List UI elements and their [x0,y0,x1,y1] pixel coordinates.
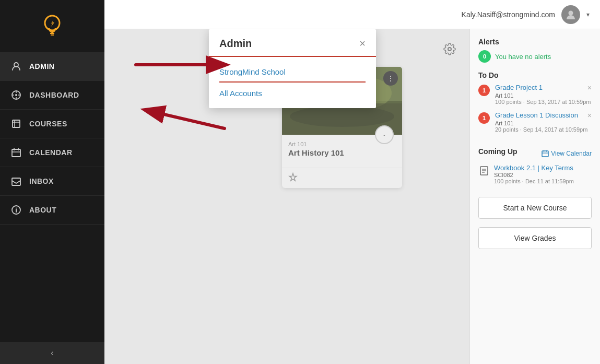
admin-item-all-accounts[interactable]: All Accounts [219,85,366,102]
sidebar-item-dashboard[interactable]: DASHBOARD [0,81,104,110]
svg-point-21 [16,208,17,209]
alert-message: You have no alerts [495,53,551,61]
svg-point-6 [15,94,17,96]
todo-item-2: 1 Grade Lesson 1 Discussion Art 101 20 p… [478,111,592,133]
todo-content-2: Grade Lesson 1 Discussion Art 101 20 poi… [495,111,592,133]
dashboard-icon [10,89,22,101]
courses-icon [10,118,22,130]
coming-up-section: Coming Up View Calendar [478,147,592,189]
svg-rect-14 [12,149,20,157]
main-area: Kaly.Nasiff@strongmind.com ▾ [104,0,600,364]
sidebar-item-dashboard-label: DASHBOARD [29,91,79,99]
todo-number-1: 1 [478,85,490,96]
view-grades-button[interactable]: View Grades [478,227,592,249]
alert-row: 0 You have no alerts [478,50,592,63]
coming-up-item-1: Workbook 2.1 | Key Terms SCI082 100 poin… [478,164,592,184]
start-new-course-button[interactable]: Start a New Course [478,197,592,219]
sidebar-item-courses-label: COURSES [29,120,67,128]
sidebar-item-calendar[interactable]: CALENDAR [0,138,104,167]
logo[interactable] [0,0,104,52]
right-panel: Alerts 0 You have no alerts To Do 1 Grad… [469,29,600,364]
todo-item-1: 1 Grade Project 1 Art 101 100 points · S… [478,84,592,105]
view-calendar-link[interactable]: View Calendar [542,150,592,157]
coming-up-course-1: SCI082 [494,172,574,178]
coming-up-title-1[interactable]: Workbook 2.1 | Key Terms [494,164,574,172]
sidebar: ADMIN DASHBOARD [0,0,104,364]
sidebar-collapse-button[interactable]: ‹ [0,342,104,364]
admin-dropdown-title: Admin [219,38,252,50]
sidebar-item-about-label: ABOUT [29,206,56,214]
coming-up-content-1: Workbook 2.1 | Key Terms SCI082 100 poin… [494,164,574,184]
svg-rect-32 [542,151,548,157]
calendar-icon [10,147,22,158]
sidebar-item-courses[interactable]: COURSES [0,110,104,138]
alert-badge: 0 [478,50,491,63]
todo-number-2: 1 [478,112,490,124]
view-calendar-label: View Calendar [551,150,592,157]
todo-close-1[interactable]: × [587,84,592,92]
inbox-icon [10,175,22,187]
sidebar-item-about[interactable]: ABOUT [0,196,104,225]
sidebar-nav: ADMIN DASHBOARD [0,52,104,342]
todo-content-1: Grade Project 1 Art 101 100 points · Sep… [495,84,592,105]
admin-icon [10,61,22,72]
admin-dropdown: Admin × StrongMind School All Accounts [209,29,376,108]
todo-title-1[interactable]: Grade Project 1 [495,84,592,91]
todo-title: To Do [478,71,592,79]
calendar-link-icon [542,150,549,157]
content-area: ⋮ - Art 101 Art History 101 [104,29,600,364]
svg-point-22 [569,10,573,15]
todo-course-1: Art 101 [495,92,592,99]
todo-meta-2: 20 points · Sep 14, 2017 at 10:59pm [495,126,592,133]
collapse-icon: ‹ [51,348,53,358]
admin-close-button[interactable]: × [359,38,366,50]
todo-meta-1: 100 points · Sep 13, 2017 at 10:59pm [495,99,592,105]
coming-up-meta-1: 100 points · Dec 11 at 11:59pm [494,178,574,184]
header: Kaly.Nasiff@strongmind.com ▾ [104,0,600,29]
sidebar-item-inbox-label: INBOX [29,177,54,185]
avatar[interactable] [561,5,580,24]
workbook-icon [478,165,490,177]
coming-up-header: Coming Up View Calendar [478,147,592,160]
admin-item-strongmind-school[interactable]: StrongMind School [219,63,366,83]
about-icon [10,204,22,216]
todo-title-2[interactable]: Grade Lesson 1 Discussion [495,111,592,119]
todo-close-2[interactable]: × [587,111,592,120]
sidebar-item-inbox[interactable]: INBOX [0,167,104,196]
header-email: Kaly.Nasiff@strongmind.com [462,10,555,19]
todo-section: To Do 1 Grade Project 1 Art 101 100 poin… [478,71,592,139]
header-chevron-icon[interactable]: ▾ [586,11,590,18]
sidebar-item-calendar-label: CALENDAR [29,148,73,157]
alerts-title: Alerts [478,38,592,46]
sidebar-item-admin[interactable]: ADMIN [0,52,104,81]
todo-course-2: Art 101 [495,120,592,126]
sidebar-item-admin-label: ADMIN [29,62,54,71]
alerts-section: Alerts 0 You have no alerts [478,38,592,63]
avatar-icon [565,9,577,20]
svg-rect-11 [13,120,20,127]
logo-icon [38,11,67,41]
admin-dropdown-header: Admin × [209,29,376,57]
coming-up-title: Coming Up [478,147,517,156]
admin-dropdown-items: StrongMind School All Accounts [209,57,376,108]
